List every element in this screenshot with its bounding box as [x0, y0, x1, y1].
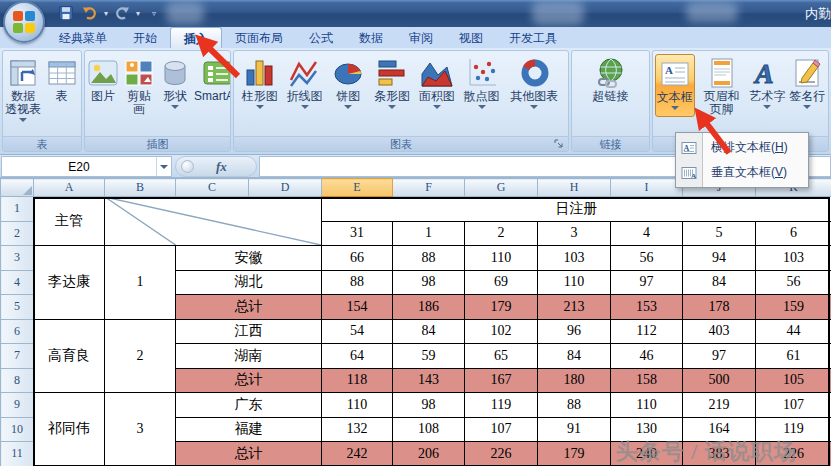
cell-manager-name[interactable]: 高育良 — [34, 319, 105, 393]
tab-home[interactable]: 开始 — [120, 27, 170, 48]
cell-total-value[interactable]: 153 — [611, 295, 683, 320]
cell-total-value[interactable]: 143 — [393, 368, 465, 393]
cell-diagonal-header[interactable] — [105, 197, 322, 246]
tab-view[interactable]: 视图 — [446, 27, 496, 48]
cell-value[interactable]: 103 — [538, 246, 611, 271]
col-header-D[interactable]: D — [249, 179, 322, 197]
tab-classic-menu[interactable]: 经典菜单 — [46, 27, 120, 48]
tab-insert[interactable]: 插入 — [170, 27, 222, 48]
picture-button[interactable]: 图片 — [85, 54, 121, 105]
cell-value[interactable]: 107 — [465, 417, 538, 442]
cell-value[interactable]: 61 — [756, 344, 831, 369]
table-button[interactable]: 表 — [44, 54, 80, 105]
cell-region[interactable]: 湖北 — [176, 270, 322, 295]
cell-value[interactable]: 44 — [756, 319, 831, 344]
header-footer-button[interactable]: 页眉和 页脚 — [697, 54, 747, 118]
cell-date[interactable]: 3 — [538, 221, 611, 246]
cell-manager-name[interactable]: 祁同伟 — [34, 393, 105, 466]
hyperlink-button[interactable]: 超链接 — [592, 54, 630, 105]
tab-data[interactable]: 数据 — [346, 27, 396, 48]
cell-total-value[interactable]: 242 — [322, 442, 393, 466]
cell-total-value[interactable]: 206 — [393, 442, 465, 466]
col-header-I[interactable]: I — [611, 179, 683, 197]
redo-dropdown-caret[interactable]: ▾ — [136, 9, 140, 18]
cell-value[interactable]: 110 — [611, 393, 683, 418]
cell-region[interactable]: 江西 — [176, 319, 322, 344]
shapes-button[interactable]: 形状 — [157, 54, 193, 115]
cell-total-value[interactable]: 180 — [538, 368, 611, 393]
cell-total-value[interactable]: 105 — [756, 368, 831, 393]
cell-value[interactable]: 65 — [465, 344, 538, 369]
cell-value[interactable]: 102 — [465, 319, 538, 344]
tab-page-layout[interactable]: 页面布局 — [222, 27, 296, 48]
wordart-button[interactable]: A 艺术字 — [748, 54, 786, 115]
row-header-8[interactable]: 8 — [1, 368, 34, 393]
row-header-4[interactable]: 4 — [1, 270, 34, 295]
cell-total-value[interactable]: 158 — [611, 368, 683, 393]
cell-value[interactable]: 88 — [538, 393, 611, 418]
cell-value[interactable]: 219 — [683, 393, 756, 418]
menu-item-vertical-textbox[interactable]: A 垂直文本框(V) — [676, 160, 808, 185]
cell-total-value[interactable]: 179 — [465, 295, 538, 320]
cell-total-value[interactable]: 154 — [322, 295, 393, 320]
tab-formulas[interactable]: 公式 — [296, 27, 346, 48]
cell-value[interactable]: 97 — [611, 270, 683, 295]
tab-developer[interactable]: 开发工具 — [496, 27, 570, 48]
row-header-11[interactable]: 11 — [1, 442, 34, 466]
row-header-7[interactable]: 7 — [1, 344, 34, 369]
signature-line-button[interactable]: 签名行 — [788, 54, 826, 115]
cell-value[interactable]: 56 — [756, 270, 831, 295]
cell-value[interactable]: 110 — [465, 246, 538, 271]
cell-value[interactable]: 54 — [322, 319, 393, 344]
cell-value[interactable]: 403 — [683, 319, 756, 344]
cell-value[interactable]: 94 — [683, 246, 756, 271]
clipart-button[interactable]: 剪贴画 — [121, 54, 157, 118]
cell-date[interactable]: 31 — [322, 221, 393, 246]
cell-supervisor-label[interactable]: 主管 — [34, 197, 105, 246]
cell-region[interactable]: 福建 — [176, 417, 322, 442]
cell-value[interactable]: 56 — [611, 246, 683, 271]
col-header-E-selected[interactable]: E — [322, 179, 393, 197]
cell-total-label[interactable]: 总计 — [176, 368, 322, 393]
smartart-button[interactable]: SmartArt — [193, 54, 231, 105]
cell-total-value[interactable]: 186 — [393, 295, 465, 320]
office-button[interactable] — [3, 1, 45, 43]
textbox-button[interactable]: A 文本框 — [655, 54, 695, 117]
cell-value[interactable]: 98 — [393, 270, 465, 295]
line-chart-button[interactable]: 折线图 — [286, 54, 324, 115]
cell-date[interactable]: 1 — [393, 221, 465, 246]
cell-manager-number[interactable]: 2 — [105, 319, 176, 393]
fx-icon[interactable]: fx — [216, 159, 227, 175]
row-header-1[interactable]: 1 — [1, 197, 34, 222]
cell-total-value[interactable]: 167 — [465, 368, 538, 393]
name-box[interactable]: E20 — [1, 156, 172, 177]
charts-dialog-launcher-icon[interactable] — [554, 139, 564, 151]
cell-manager-number[interactable]: 1 — [105, 246, 176, 320]
column-chart-button[interactable]: 柱形图 — [241, 54, 279, 115]
cell-value[interactable]: 110 — [322, 393, 393, 418]
cell-value[interactable]: 88 — [393, 246, 465, 271]
scatter-chart-button[interactable]: 散点图 — [463, 54, 501, 115]
cell-region[interactable]: 湖南 — [176, 344, 322, 369]
cell-value[interactable]: 98 — [393, 393, 465, 418]
cell-manager-name[interactable]: 李达康 — [34, 246, 105, 320]
select-all-corner[interactable] — [1, 179, 34, 197]
cell-total-value[interactable]: 179 — [538, 442, 611, 466]
cell-total-label[interactable]: 总计 — [176, 295, 322, 320]
qat-customize-icon[interactable]: ▿ — [152, 9, 156, 18]
cell-date[interactable]: 4 — [611, 221, 683, 246]
cell-value[interactable]: 108 — [393, 417, 465, 442]
cell-value[interactable]: 91 — [538, 417, 611, 442]
row-header-10[interactable]: 10 — [1, 417, 34, 442]
row-header-5[interactable]: 5 — [1, 295, 34, 320]
col-header-C[interactable]: C — [176, 179, 249, 197]
cell-total-value[interactable]: 178 — [683, 295, 756, 320]
cell-total-value[interactable]: 159 — [756, 295, 831, 320]
cell-value[interactable]: 84 — [538, 344, 611, 369]
cell-banner-daily-registration[interactable]: 日注册 — [322, 197, 831, 222]
cell-total-value[interactable]: 500 — [683, 368, 756, 393]
cell-value[interactable]: 69 — [465, 270, 538, 295]
pivot-table-button[interactable]: 数据 透视表 — [4, 54, 42, 128]
cell-value[interactable]: 110 — [538, 270, 611, 295]
cell-date[interactable]: 5 — [683, 221, 756, 246]
